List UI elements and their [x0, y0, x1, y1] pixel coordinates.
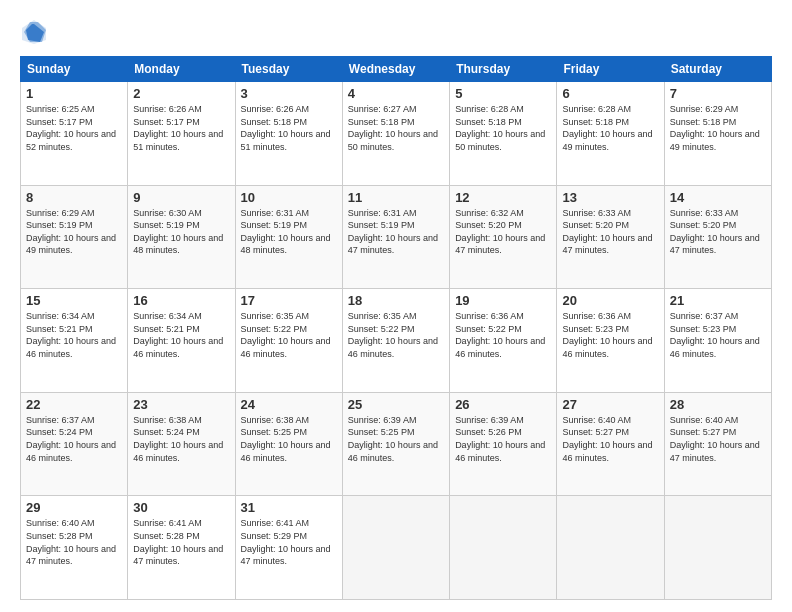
day-info: Sunrise: 6:39 AM Sunset: 5:25 PM Dayligh…	[348, 414, 444, 464]
calendar-cell: 9 Sunrise: 6:30 AM Sunset: 5:19 PM Dayli…	[128, 185, 235, 289]
calendar-cell: 29 Sunrise: 6:40 AM Sunset: 5:28 PM Dayl…	[21, 496, 128, 600]
day-number: 1	[26, 86, 122, 101]
calendar-cell: 14 Sunrise: 6:33 AM Sunset: 5:20 PM Dayl…	[664, 185, 771, 289]
calendar-cell: 1 Sunrise: 6:25 AM Sunset: 5:17 PM Dayli…	[21, 82, 128, 186]
day-info: Sunrise: 6:31 AM Sunset: 5:19 PM Dayligh…	[241, 207, 337, 257]
calendar-header-sunday: Sunday	[21, 57, 128, 82]
day-info: Sunrise: 6:40 AM Sunset: 5:28 PM Dayligh…	[26, 517, 122, 567]
day-number: 7	[670, 86, 766, 101]
day-info: Sunrise: 6:35 AM Sunset: 5:22 PM Dayligh…	[241, 310, 337, 360]
day-number: 20	[562, 293, 658, 308]
day-info: Sunrise: 6:29 AM Sunset: 5:18 PM Dayligh…	[670, 103, 766, 153]
calendar-week-row: 29 Sunrise: 6:40 AM Sunset: 5:28 PM Dayl…	[21, 496, 772, 600]
calendar-cell: 22 Sunrise: 6:37 AM Sunset: 5:24 PM Dayl…	[21, 392, 128, 496]
calendar-header-saturday: Saturday	[664, 57, 771, 82]
day-number: 21	[670, 293, 766, 308]
calendar-cell: 21 Sunrise: 6:37 AM Sunset: 5:23 PM Dayl…	[664, 289, 771, 393]
calendar-cell: 19 Sunrise: 6:36 AM Sunset: 5:22 PM Dayl…	[450, 289, 557, 393]
day-number: 15	[26, 293, 122, 308]
day-number: 31	[241, 500, 337, 515]
header	[20, 18, 772, 46]
day-info: Sunrise: 6:38 AM Sunset: 5:25 PM Dayligh…	[241, 414, 337, 464]
logo	[20, 18, 52, 46]
day-info: Sunrise: 6:36 AM Sunset: 5:22 PM Dayligh…	[455, 310, 551, 360]
day-info: Sunrise: 6:28 AM Sunset: 5:18 PM Dayligh…	[562, 103, 658, 153]
day-info: Sunrise: 6:37 AM Sunset: 5:24 PM Dayligh…	[26, 414, 122, 464]
calendar-week-row: 15 Sunrise: 6:34 AM Sunset: 5:21 PM Dayl…	[21, 289, 772, 393]
day-info: Sunrise: 6:27 AM Sunset: 5:18 PM Dayligh…	[348, 103, 444, 153]
calendar-week-row: 1 Sunrise: 6:25 AM Sunset: 5:17 PM Dayli…	[21, 82, 772, 186]
calendar-cell: 11 Sunrise: 6:31 AM Sunset: 5:19 PM Dayl…	[342, 185, 449, 289]
day-number: 3	[241, 86, 337, 101]
calendar-cell: 18 Sunrise: 6:35 AM Sunset: 5:22 PM Dayl…	[342, 289, 449, 393]
day-number: 22	[26, 397, 122, 412]
day-info: Sunrise: 6:33 AM Sunset: 5:20 PM Dayligh…	[562, 207, 658, 257]
calendar-cell: 27 Sunrise: 6:40 AM Sunset: 5:27 PM Dayl…	[557, 392, 664, 496]
calendar-header-tuesday: Tuesday	[235, 57, 342, 82]
day-info: Sunrise: 6:38 AM Sunset: 5:24 PM Dayligh…	[133, 414, 229, 464]
calendar-cell: 7 Sunrise: 6:29 AM Sunset: 5:18 PM Dayli…	[664, 82, 771, 186]
day-info: Sunrise: 6:41 AM Sunset: 5:29 PM Dayligh…	[241, 517, 337, 567]
calendar-cell: 4 Sunrise: 6:27 AM Sunset: 5:18 PM Dayli…	[342, 82, 449, 186]
day-number: 24	[241, 397, 337, 412]
day-info: Sunrise: 6:35 AM Sunset: 5:22 PM Dayligh…	[348, 310, 444, 360]
calendar-cell: 3 Sunrise: 6:26 AM Sunset: 5:18 PM Dayli…	[235, 82, 342, 186]
calendar-cell: 25 Sunrise: 6:39 AM Sunset: 5:25 PM Dayl…	[342, 392, 449, 496]
day-number: 29	[26, 500, 122, 515]
calendar-cell: 10 Sunrise: 6:31 AM Sunset: 5:19 PM Dayl…	[235, 185, 342, 289]
day-info: Sunrise: 6:28 AM Sunset: 5:18 PM Dayligh…	[455, 103, 551, 153]
calendar-cell: 6 Sunrise: 6:28 AM Sunset: 5:18 PM Dayli…	[557, 82, 664, 186]
calendar-week-row: 22 Sunrise: 6:37 AM Sunset: 5:24 PM Dayl…	[21, 392, 772, 496]
calendar-cell	[450, 496, 557, 600]
calendar-cell: 16 Sunrise: 6:34 AM Sunset: 5:21 PM Dayl…	[128, 289, 235, 393]
calendar-table: SundayMondayTuesdayWednesdayThursdayFrid…	[20, 56, 772, 600]
calendar-header-friday: Friday	[557, 57, 664, 82]
day-number: 10	[241, 190, 337, 205]
calendar-cell: 8 Sunrise: 6:29 AM Sunset: 5:19 PM Dayli…	[21, 185, 128, 289]
day-number: 5	[455, 86, 551, 101]
day-number: 23	[133, 397, 229, 412]
calendar-header-monday: Monday	[128, 57, 235, 82]
day-number: 6	[562, 86, 658, 101]
day-info: Sunrise: 6:25 AM Sunset: 5:17 PM Dayligh…	[26, 103, 122, 153]
calendar-cell: 5 Sunrise: 6:28 AM Sunset: 5:18 PM Dayli…	[450, 82, 557, 186]
day-number: 17	[241, 293, 337, 308]
day-number: 28	[670, 397, 766, 412]
calendar-header-wednesday: Wednesday	[342, 57, 449, 82]
calendar-cell: 13 Sunrise: 6:33 AM Sunset: 5:20 PM Dayl…	[557, 185, 664, 289]
day-number: 27	[562, 397, 658, 412]
calendar-cell: 12 Sunrise: 6:32 AM Sunset: 5:20 PM Dayl…	[450, 185, 557, 289]
calendar-header-thursday: Thursday	[450, 57, 557, 82]
calendar-week-row: 8 Sunrise: 6:29 AM Sunset: 5:19 PM Dayli…	[21, 185, 772, 289]
day-number: 30	[133, 500, 229, 515]
day-info: Sunrise: 6:29 AM Sunset: 5:19 PM Dayligh…	[26, 207, 122, 257]
day-info: Sunrise: 6:36 AM Sunset: 5:23 PM Dayligh…	[562, 310, 658, 360]
day-number: 13	[562, 190, 658, 205]
calendar-cell: 20 Sunrise: 6:36 AM Sunset: 5:23 PM Dayl…	[557, 289, 664, 393]
day-info: Sunrise: 6:37 AM Sunset: 5:23 PM Dayligh…	[670, 310, 766, 360]
calendar-cell: 31 Sunrise: 6:41 AM Sunset: 5:29 PM Dayl…	[235, 496, 342, 600]
logo-icon	[20, 18, 48, 46]
calendar-cell: 30 Sunrise: 6:41 AM Sunset: 5:28 PM Dayl…	[128, 496, 235, 600]
calendar-cell	[557, 496, 664, 600]
calendar-cell: 26 Sunrise: 6:39 AM Sunset: 5:26 PM Dayl…	[450, 392, 557, 496]
day-info: Sunrise: 6:26 AM Sunset: 5:17 PM Dayligh…	[133, 103, 229, 153]
day-info: Sunrise: 6:34 AM Sunset: 5:21 PM Dayligh…	[26, 310, 122, 360]
calendar-cell: 17 Sunrise: 6:35 AM Sunset: 5:22 PM Dayl…	[235, 289, 342, 393]
day-number: 2	[133, 86, 229, 101]
day-info: Sunrise: 6:34 AM Sunset: 5:21 PM Dayligh…	[133, 310, 229, 360]
calendar-cell	[664, 496, 771, 600]
calendar-header-row: SundayMondayTuesdayWednesdayThursdayFrid…	[21, 57, 772, 82]
day-number: 12	[455, 190, 551, 205]
day-info: Sunrise: 6:41 AM Sunset: 5:28 PM Dayligh…	[133, 517, 229, 567]
calendar-cell: 28 Sunrise: 6:40 AM Sunset: 5:27 PM Dayl…	[664, 392, 771, 496]
day-info: Sunrise: 6:40 AM Sunset: 5:27 PM Dayligh…	[670, 414, 766, 464]
day-number: 25	[348, 397, 444, 412]
calendar-cell	[342, 496, 449, 600]
day-number: 9	[133, 190, 229, 205]
day-info: Sunrise: 6:31 AM Sunset: 5:19 PM Dayligh…	[348, 207, 444, 257]
day-number: 19	[455, 293, 551, 308]
day-info: Sunrise: 6:39 AM Sunset: 5:26 PM Dayligh…	[455, 414, 551, 464]
calendar-cell: 2 Sunrise: 6:26 AM Sunset: 5:17 PM Dayli…	[128, 82, 235, 186]
day-number: 8	[26, 190, 122, 205]
